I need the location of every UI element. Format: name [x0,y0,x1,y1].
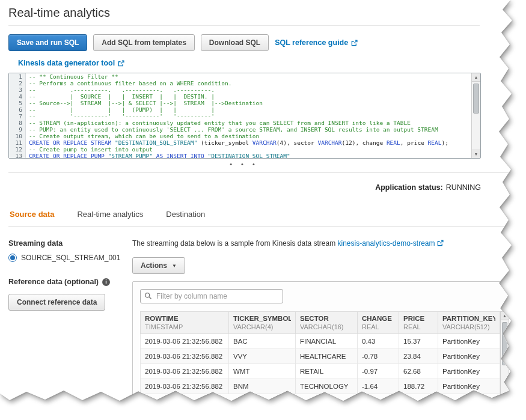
sql-toolbar: Save and run SQL Add SQL from templates … [8,34,526,51]
sample-data-panel: ROWTIMETIMESTAMPTICKER_SYMBOLVARCHAR(4)S… [132,281,517,420]
streaming-data-heading: Streaming data [8,239,124,248]
console-content: Real-time analytics Save and run SQL Add… [0,0,526,420]
table-cell: RETAIL [296,364,358,379]
editor-line: 11CREATE OR REPLACE STREAM "DESTINATION_… [9,139,480,146]
demo-stream-link[interactable]: kinesis-analytics-demo-stream [337,239,435,248]
torn-paper-page: Real-time analytics Save and run SQL Add… [0,0,526,420]
actions-dropdown-button[interactable]: Actions ▼ [132,257,185,274]
sql-reference-guide-link[interactable]: SQL reference guide [275,38,358,47]
table-cell: -1.64 [358,379,399,394]
table-cell: 2019-03-06 21:32:56.882 [141,334,229,349]
connect-reference-data-button[interactable]: Connect reference data [8,294,105,311]
table-cell: 2019-03-06 21:32:56.882 [141,364,229,379]
info-icon[interactable]: i [102,278,110,286]
editor-line: 1-- ** Continuous Filter ** [9,73,480,80]
page-title: Real-time analytics [8,6,526,20]
table-cell: PartitionKey [438,334,500,349]
tab-real-time-analytics[interactable]: Real-time analytics [77,210,143,219]
save-and-run-sql-button[interactable]: Save and run SQL [8,34,87,51]
kinesis-data-generator-label: Kinesis data generator tool [18,59,115,67]
table-cell: 15.37 [399,334,438,349]
editor-resize-handle[interactable]: • • • [8,161,480,167]
tab-destination[interactable]: Destination [166,210,205,219]
editor-line: 13CREATE OR REPLACE PUMP "STREAM_PUMP" A… [9,153,480,159]
editor-line: 7-- '----------' '----------' '---------… [9,113,480,120]
table-cell: BAC [229,334,296,349]
editor-line: 5-- Source-->| STREAM |-->| & SELECT |--… [9,100,480,106]
editor-scrollbar[interactable]: ▲ ▼ [471,73,480,158]
table-cell: 23.84 [399,349,438,364]
table-row: 2019-03-06 21:32:56.882BACFINANCIAL0.431… [141,334,500,349]
table-row: 2019-03-06 21:32:56.882BNMTECHNOLOGY-1.6… [141,379,500,394]
table-cell: HEALTHCARE [296,349,358,364]
table-cell: VVY [229,349,296,364]
table-row: 2019-03-06 21:32:56.882VVYHEALTHCARE-0.7… [141,349,500,364]
table-header-row: ROWTIMETIMESTAMPTICKER_SYMBOLVARCHAR(4)S… [141,312,500,334]
column-header: PARTITION_KEYVARCHAR(512) [438,312,500,334]
column-header: SECTORVARCHAR(16) [296,312,358,334]
editor-scrollbar-thumb[interactable] [473,84,479,114]
table-cell: TECHNOLOGY [296,379,358,394]
sample-note: The streaming data below is a sample fro… [132,239,517,248]
editor-line: 12-- Create pump to insert into output [9,146,480,153]
table-cell: 62.68 [399,364,438,379]
table-cell: BNM [229,379,296,394]
section-divider [8,172,526,173]
column-header: ROWTIMETIMESTAMP [141,312,229,334]
left-panel: Streaming data SOURCE_SQL_STREAM_001 Ref… [8,239,124,420]
editor-line: 4-- | SOURCE | | INSERT | | DESTIN. | [9,93,480,100]
kinesis-data-generator-link[interactable]: Kinesis data generator tool [18,59,124,67]
table-cell: WMT [229,364,296,379]
external-link-icon [118,60,124,67]
tab-source-data[interactable]: Source data [10,210,54,219]
editor-line: 3-- .----------. .----------. .---------… [9,87,480,93]
sample-data-table: ROWTIMETIMESTAMPTICKER_SYMBOLVARCHAR(4)S… [140,311,500,394]
external-link-icon [351,40,358,46]
column-header: PRICEREAL [399,312,438,334]
table-cell: -0.97 [358,364,399,379]
table-cell: PartitionKey [438,349,500,364]
table-cell: -0.78 [358,349,399,364]
table-cell: 2019-03-06 21:32:56.882 [141,379,229,394]
table-cell: 2019-03-06 21:32:56.882 [141,349,229,364]
table-scrollbar-thumb[interactable] [502,322,507,365]
table-cell: 0.43 [358,334,399,349]
tab-bar: Source data Real-time analytics Destinat… [8,206,526,227]
search-icon [144,292,152,300]
sample-note-text: The streaming data below is a sample fro… [132,239,337,248]
source-data-section: Streaming data SOURCE_SQL_STREAM_001 Ref… [8,239,480,420]
editor-line: 9-- PUMP: an entity used to continuously… [9,126,480,133]
sql-editor[interactable]: 1-- ** Continuous Filter **2-- Performs … [8,73,481,159]
filter-field-wrap [140,289,283,303]
table-body: 2019-03-06 21:32:56.882BACFINANCIAL0.431… [141,334,500,394]
page: Real-time analytics Save and run SQL Add… [0,0,526,420]
editor-line: 2-- Performs a continuous filter based o… [9,80,480,87]
column-filter-input[interactable] [140,289,283,303]
table-row: 2019-03-06 21:32:56.882WMTRETAIL-0.9762.… [141,364,500,379]
reference-data-heading-row: Reference data (optional) i [8,278,124,286]
scroll-up-arrow-icon[interactable]: ▲ [501,312,509,320]
download-sql-button[interactable]: Download SQL [201,34,269,51]
add-sql-templates-button[interactable]: Add SQL from templates [93,34,194,51]
application-status-label: Application status: [375,183,443,192]
table-cell: PartitionKey [438,364,500,379]
radio-selected-icon[interactable] [8,254,17,262]
scroll-down-arrow-icon[interactable]: ▼ [472,150,480,158]
editor-line: 6-- | | | (PUMP) | | | [9,106,480,113]
stream-option-label: SOURCE_SQL_STREAM_001 [21,254,120,262]
application-status: Application status:RUNNING [8,183,481,192]
sql-reference-guide-label: SQL reference guide [275,38,348,47]
stream-radio-option[interactable]: SOURCE_SQL_STREAM_001 [8,254,124,262]
table-cell: 188.72 [399,379,438,394]
caret-down-icon: ▼ [172,263,177,269]
sql-editor-lines: 1-- ** Continuous Filter **2-- Performs … [9,73,480,159]
table-scrollbar[interactable]: ▲ [500,311,509,420]
editor-line: 10-- Create output stream, which can be … [9,133,480,139]
external-link-icon [437,240,444,246]
table-cell: PartitionKey [438,379,500,394]
title-divider [8,25,480,26]
right-panel: The streaming data below is a sample fro… [132,239,517,420]
generator-tool-row: Kinesis data generator tool [18,57,526,68]
scroll-up-arrow-icon[interactable]: ▲ [472,73,480,82]
reference-data-heading: Reference data (optional) [8,278,99,286]
